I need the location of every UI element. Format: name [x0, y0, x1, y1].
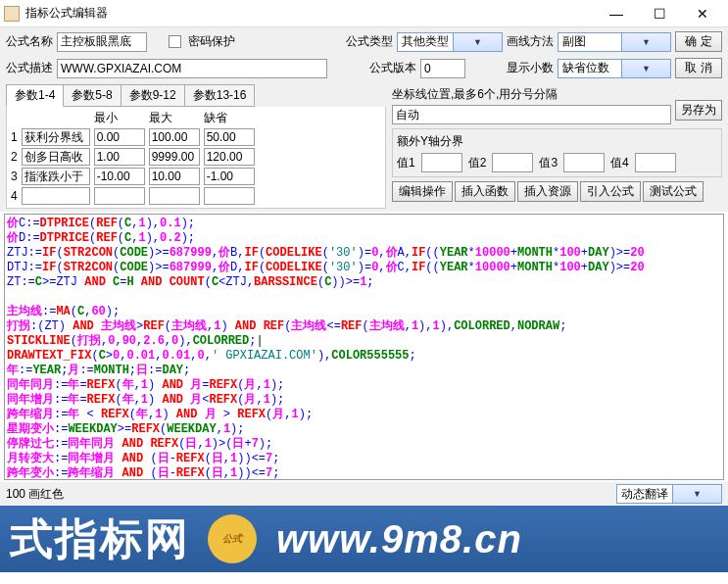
decimal-select[interactable]: 缺省位数▼ [558, 59, 671, 78]
app-icon [4, 6, 20, 22]
param-name-input[interactable] [22, 168, 90, 185]
edit-op-button[interactable]: 编辑操作 [392, 181, 453, 202]
watermark-banner: 式指标网 公式 www.9m8.cn [0, 506, 728, 572]
param-min-input[interactable] [94, 168, 145, 185]
param-min-input[interactable] [94, 148, 145, 166]
status-left: 100 画红色 [6, 486, 64, 503]
param-min-input[interactable] [94, 128, 145, 146]
tab-params-9-12[interactable]: 参数9-12 [121, 84, 185, 107]
yaxis-v2-input[interactable] [492, 153, 533, 172]
maximize-button[interactable]: ☐ [638, 0, 681, 27]
code-editor[interactable]: 价C:=DTPRICE(REF(C,1),0.1); 价D:=DTPRICE(R… [4, 214, 724, 480]
formula-desc-input[interactable] [57, 59, 327, 78]
draw-method-label: 画线方法 [507, 33, 554, 50]
param-min-input[interactable] [94, 187, 145, 205]
import-formula-button[interactable]: 引入公式 [580, 181, 641, 202]
param-max-input[interactable] [149, 148, 200, 166]
formula-desc-label: 公式描述 [6, 60, 53, 76]
col-def: 缺省 [202, 109, 257, 127]
insert-res-button[interactable]: 插入资源 [517, 181, 578, 202]
formula-type-label: 公式类型 [346, 33, 393, 50]
tab-params-1-4[interactable]: 参数1-4 [6, 84, 64, 107]
param-row: 1 [9, 127, 257, 147]
decimal-label: 显示小数 [507, 60, 554, 76]
param-table: 最小 最大 缺省 1 2 [9, 109, 257, 206]
ok-button[interactable]: 确 定 [675, 31, 722, 52]
param-def-input[interactable] [204, 168, 255, 185]
formula-name-input[interactable] [57, 32, 147, 52]
saveas-button[interactable]: 另存为 [675, 100, 722, 121]
col-min: 最小 [92, 109, 147, 127]
seal-icon: 公式 [208, 514, 257, 563]
param-row: 3 [9, 167, 257, 186]
close-button[interactable]: ✕ [681, 0, 724, 27]
yaxis-label: 额外Y轴分界 [397, 133, 717, 150]
param-name-input[interactable] [22, 128, 90, 146]
password-checkbox[interactable] [169, 35, 181, 48]
translate-select[interactable]: 动态翻译▼ [616, 484, 722, 504]
param-def-input[interactable] [204, 187, 255, 205]
formula-version-label: 公式版本 [369, 60, 416, 76]
param-max-input[interactable] [149, 168, 200, 185]
param-def-input[interactable] [204, 128, 255, 146]
param-row: 4 [9, 186, 257, 206]
formula-type-select[interactable]: 其他类型▼ [397, 32, 503, 52]
formula-name-label: 公式名称 [6, 33, 53, 50]
minimize-button[interactable]: — [595, 0, 638, 27]
param-row: 2 [9, 147, 257, 167]
password-label: 密码保护 [188, 33, 235, 50]
tab-params-13-16[interactable]: 参数13-16 [184, 84, 256, 107]
coord-input[interactable] [392, 105, 671, 124]
formula-version-input[interactable] [420, 59, 465, 78]
window-title: 指标公式编辑器 [25, 5, 595, 22]
col-max: 最大 [147, 109, 202, 127]
yaxis-v4-input[interactable] [635, 153, 676, 172]
param-max-input[interactable] [149, 187, 200, 205]
param-def-input[interactable] [204, 148, 255, 166]
draw-method-select[interactable]: 副图▼ [558, 32, 671, 52]
coord-label: 坐标线位置,最多6个,用分号分隔 [392, 86, 671, 103]
param-name-input[interactable] [22, 187, 90, 205]
yaxis-v3-input[interactable] [563, 153, 605, 172]
param-max-input[interactable] [149, 128, 200, 146]
test-formula-button[interactable]: 测试公式 [643, 181, 704, 202]
insert-fn-button[interactable]: 插入函数 [455, 181, 515, 202]
param-name-input[interactable] [22, 148, 90, 166]
yaxis-v1-input[interactable] [421, 153, 462, 172]
cancel-button[interactable]: 取 消 [675, 58, 722, 78]
tab-params-5-8[interactable]: 参数5-8 [63, 84, 121, 107]
